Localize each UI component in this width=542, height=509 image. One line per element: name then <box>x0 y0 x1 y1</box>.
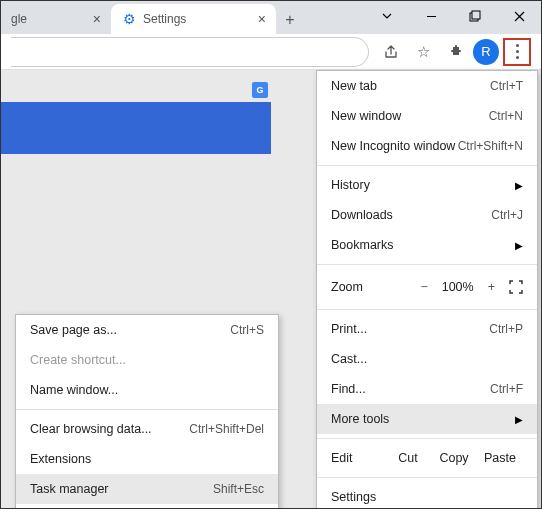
cut-button[interactable]: Cut <box>385 451 431 465</box>
page-header-bar <box>1 102 271 154</box>
submenu-item-create-shortcut: Create shortcut... <box>16 345 278 375</box>
toolbar: ☆ R <box>1 34 541 70</box>
menu-item-downloads[interactable]: DownloadsCtrl+J <box>317 200 537 230</box>
menu-button[interactable] <box>503 38 531 66</box>
address-bar-edge[interactable] <box>11 37 369 67</box>
main-menu: New tabCtrl+T New windowCtrl+N New Incog… <box>316 70 538 509</box>
menu-separator <box>317 438 537 439</box>
menu-item-more-tools[interactable]: More tools▶ <box>317 404 537 434</box>
menu-item-new-window[interactable]: New windowCtrl+N <box>317 101 537 131</box>
more-tools-submenu: Save page as...Ctrl+S Create shortcut...… <box>15 314 279 509</box>
menu-separator <box>317 477 537 478</box>
zoom-value: 100% <box>442 280 474 294</box>
svg-rect-2 <box>472 11 480 19</box>
menu-item-new-tab[interactable]: New tabCtrl+T <box>317 71 537 101</box>
menu-item-zoom: Zoom − 100% + <box>317 269 537 305</box>
caret-down-icon[interactable] <box>365 1 409 31</box>
close-icon[interactable]: × <box>93 11 101 27</box>
tab-label: gle <box>11 12 27 26</box>
share-icon[interactable] <box>377 38 405 66</box>
tab-inactive[interactable]: gle × <box>1 4 111 34</box>
avatar-letter: R <box>481 44 490 59</box>
dots-vertical-icon <box>516 44 519 59</box>
menu-item-incognito[interactable]: New Incognito windowCtrl+Shift+N <box>317 131 537 161</box>
menu-item-bookmarks[interactable]: Bookmarks▶ <box>317 230 537 260</box>
close-icon[interactable] <box>497 1 541 31</box>
submenu-item-extensions[interactable]: Extensions <box>16 444 278 474</box>
browser-titlebar: gle × ⚙ Settings × + <box>1 1 541 34</box>
menu-separator <box>317 264 537 265</box>
avatar[interactable]: R <box>473 39 499 65</box>
submenu-item-save-page[interactable]: Save page as...Ctrl+S <box>16 315 278 345</box>
zoom-out-button[interactable]: − <box>420 280 427 294</box>
zoom-in-button[interactable]: + <box>488 280 495 294</box>
window-controls <box>365 1 541 31</box>
copy-button[interactable]: Copy <box>431 451 477 465</box>
menu-item-find[interactable]: Find...Ctrl+F <box>317 374 537 404</box>
menu-item-cast[interactable]: Cast... <box>317 344 537 374</box>
menu-item-edit: Edit Cut Copy Paste <box>317 443 537 473</box>
chevron-right-icon: ▶ <box>515 240 523 251</box>
edit-label: Edit <box>331 451 385 465</box>
tab-settings[interactable]: ⚙ Settings × <box>111 4 276 34</box>
zoom-label: Zoom <box>331 280 363 294</box>
menu-item-print[interactable]: Print...Ctrl+P <box>317 314 537 344</box>
menu-separator <box>317 165 537 166</box>
chevron-right-icon: ▶ <box>515 180 523 191</box>
tab-label: Settings <box>143 12 186 26</box>
chevron-right-icon: ▶ <box>515 414 523 425</box>
gear-icon: ⚙ <box>121 11 137 27</box>
extensions-icon[interactable] <box>441 38 469 66</box>
maximize-icon[interactable] <box>453 1 497 31</box>
menu-separator <box>317 309 537 310</box>
submenu-item-clear-data[interactable]: Clear browsing data...Ctrl+Shift+Del <box>16 414 278 444</box>
fullscreen-icon[interactable] <box>509 280 523 294</box>
star-icon[interactable]: ☆ <box>409 38 437 66</box>
menu-separator <box>16 409 278 410</box>
minimize-icon[interactable] <box>409 1 453 31</box>
translate-icon[interactable]: G <box>252 82 268 98</box>
paste-button[interactable]: Paste <box>477 451 523 465</box>
submenu-item-task-manager[interactable]: Task managerShift+Esc <box>16 474 278 504</box>
new-tab-button[interactable]: + <box>276 6 304 34</box>
close-icon[interactable]: × <box>258 11 266 27</box>
menu-item-history[interactable]: History▶ <box>317 170 537 200</box>
menu-item-settings[interactable]: Settings <box>317 482 537 509</box>
submenu-item-name-window[interactable]: Name window... <box>16 375 278 405</box>
